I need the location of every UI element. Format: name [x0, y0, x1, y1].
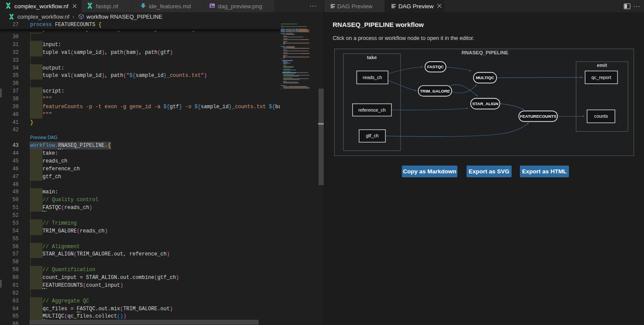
svg-text:qc_report: qc_report: [591, 75, 611, 80]
svg-text:FASTQC: FASTQC: [427, 65, 444, 70]
svg-text:reference_ch: reference_ch: [358, 107, 385, 113]
svg-text:FEATURECOUNTS: FEATURECOUNTS: [519, 114, 556, 119]
svg-text:take: take: [367, 55, 377, 60]
svg-text:reads_ch: reads_ch: [362, 75, 381, 80]
svg-text:emit: emit: [597, 63, 607, 68]
svg-text:counts: counts: [594, 114, 608, 119]
svg-text:TRIM_GALORE: TRIM_GALORE: [420, 89, 450, 93]
svg-text:RNASEQ_PIPELINE: RNASEQ_PIPELINE: [461, 50, 508, 55]
svg-text:STAR_ALIGN: STAR_ALIGN: [472, 101, 498, 106]
svg-text:gtf_ch: gtf_ch: [366, 133, 378, 139]
svg-text:MULTIQC: MULTIQC: [476, 76, 494, 80]
